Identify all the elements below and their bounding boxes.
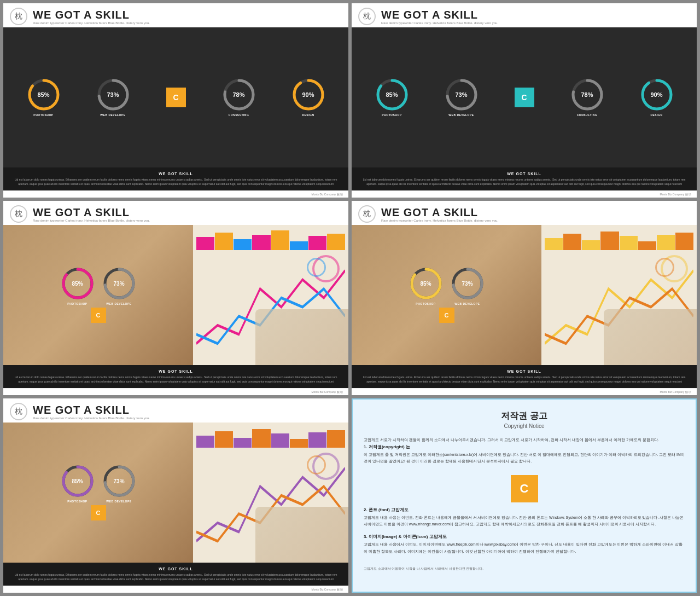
skill4-photoshop: 85% PHOTOSHOP xyxy=(410,267,442,305)
slide-3-chart-right xyxy=(193,225,348,365)
copyright-section-1: 1. 저작권(copyright) 는 이 고맙게도 출 및 저작권은 고맙게도… xyxy=(364,444,685,465)
slide-4-text-area: WE GOT SKILL Lid est laborum dolo rumes … xyxy=(352,365,697,388)
skill-circle-photoshop: 85% xyxy=(27,78,60,111)
slide-3-footer: Monts Biz Company 觥 頊 xyxy=(3,388,348,395)
slide-1-icon: 枕 xyxy=(10,8,27,25)
slide-1-skills-area: 85% PHOTOSHOP 73% WEB DEVELOPE C xyxy=(3,27,348,167)
copyright-section-2: 2. 폰트 (font) 고맙게도 고맙게도 내용 사용는 이번도, 전화 폰트… xyxy=(364,507,685,528)
slide-2-subtitle: Raw denim typewriter Carles irony. Helve… xyxy=(381,21,690,25)
skill3-webdev: 73% WEB DEVELOPE xyxy=(103,267,136,305)
slide-5-footer: Monts Biz Company 觥 頊 xyxy=(3,586,348,593)
slide-3-chart-section: 85% PHOTOSHOP 73% WEB DEVELOPE C xyxy=(3,225,348,365)
copyright-footer: 고맙게도 소파에서 이용하여 시작을 나 사람에서 사래에서 사용한다면 진행합… xyxy=(364,566,685,572)
slide-2-skills-area: 85% PHOTOSHOP 73% WEB DEVELOPE C 78% xyxy=(352,27,697,167)
bar-chart-5 xyxy=(196,426,345,448)
skill3-photoshop: 85% PHOTOSHOP xyxy=(61,267,94,305)
copyright-intro: 고맙게도 서로가 시작하여 팬들이 함께의 소파에서 나누어주시겠습니까. 그러… xyxy=(364,437,685,444)
slide-2-icon: 枕 xyxy=(358,8,376,25)
c-badge-4: C xyxy=(439,308,454,323)
slide-5-chart-section: 85% PHOTOSHOP 73% WEB DEVELOPE C xyxy=(3,423,348,563)
copyright-title-kr: 저작권 공고 xyxy=(364,410,685,422)
slide-4-footer: Monts Biz Company 觥 頊 xyxy=(352,388,697,395)
slide-2-header-text: WE GOT A SKILL Raw denim typewriter Carl… xyxy=(381,9,690,25)
skill-name-consulting: CONSULTING xyxy=(229,113,249,117)
slide-3-skills-left: 85% PHOTOSHOP 73% WEB DEVELOPE C xyxy=(3,225,193,365)
skill-circle-webdev: 73% xyxy=(97,78,130,111)
slide-5-icon: 枕 xyxy=(10,403,27,420)
slide-5: 枕 WE GOT A SKILL Raw denim typewriter Ca… xyxy=(3,398,348,593)
hand-image-4 xyxy=(604,309,697,365)
bar-chart-top xyxy=(196,228,345,250)
skill2-photoshop: 85% PHOTOSHOP xyxy=(376,78,409,117)
skill-label-design: 90% xyxy=(302,91,314,98)
slide-3-skills-row: 85% PHOTOSHOP 73% WEB DEVELOPE xyxy=(61,267,136,305)
slide-4-chart-section: 85% PHOTOSHOP 73% WEB DEVELOPE C xyxy=(352,225,697,365)
skill2-consulting: 78% CONSULTING xyxy=(571,78,604,117)
skill4-webdev: 73% WEB DEVELOPE xyxy=(451,267,484,305)
slide-1-header: 枕 WE GOT A SKILL Raw denim typewriter Ca… xyxy=(3,3,348,27)
slide-4-header: 枕 WE GOT A SKILL Raw denim typewriter Ca… xyxy=(352,201,697,225)
slide-1-title: WE GOT A SKILL xyxy=(33,9,342,21)
skill-design: 90% DESIGN xyxy=(292,78,325,117)
skill-name-design: DESIGN xyxy=(302,113,314,117)
slide-2: 枕 WE GOT A SKILL Raw denim typewriter Ca… xyxy=(352,3,697,198)
slide-6-copyright: 저작권 공고 Copyright Notice 고맙게도 서로가 시작하여 팬들… xyxy=(352,398,697,593)
c-badge-2: C xyxy=(515,88,534,107)
skill-circle-consulting: 78% xyxy=(223,78,255,111)
slide-2-footer: Monts Biz Company 觥 頊 xyxy=(352,190,697,198)
slide-5-skills-left: 85% PHOTOSHOP 73% WEB DEVELOPE C xyxy=(3,423,193,563)
slide-2-title: WE GOT A SKILL xyxy=(381,9,690,21)
copyright-title-en: Copyright Notice xyxy=(364,423,685,429)
c-badge-1: C xyxy=(166,88,186,107)
slide-3-icon: 枕 xyxy=(10,205,27,223)
skill5-webdev: 73% WEB DEVELOPE xyxy=(103,465,136,503)
slide-3-text-area: WE GOT SKILL Lid est laborum dolo rumes … xyxy=(3,365,348,388)
c-badge-5: C xyxy=(91,505,106,520)
slide-1-body: Lid est laborum dolo rumes fugats untras… xyxy=(11,178,341,186)
slide-1-header-text: WE GOT A SKILL Raw denim typewriter Carl… xyxy=(33,9,342,25)
skill2-webdev: 73% WEB DEVELOPE xyxy=(445,78,478,117)
slide-1-section-title: WE GOT SKILL xyxy=(11,172,341,176)
slide-1-text-area: WE GOT SKILL Lid est laborum dolo rumes … xyxy=(3,167,348,190)
hand-image-5 xyxy=(255,507,348,563)
skill-name-webdev: WEB DEVELOPE xyxy=(100,113,125,117)
slide-3: 枕 WE GOT A SKILL Raw denim typewriter Ca… xyxy=(3,201,348,395)
skill-name-photoshop: PHOTOSHOP xyxy=(33,113,53,117)
bar-chart-4 xyxy=(545,228,693,250)
skill5-photoshop: 85% PHOTOSHOP xyxy=(61,465,94,503)
slide-3-header: 枕 WE GOT A SKILL Raw denim typewriter Ca… xyxy=(3,201,348,225)
slide-2-text-area: WE GOT SKILL Lid est laborum dolo rumes … xyxy=(352,167,697,190)
slide-1-footer-text: Monts Biz Company 觥 頊 xyxy=(311,193,343,196)
skill2-design: 90% DESIGN xyxy=(640,78,673,117)
slide-2-header: 枕 WE GOT A SKILL Raw denim typewriter Ca… xyxy=(352,3,697,27)
slide-4-chart-right xyxy=(541,225,697,365)
c-badge-3: C xyxy=(91,308,106,323)
slide-4-icon: 枕 xyxy=(358,205,376,223)
skill-webdev: 73% WEB DEVELOPE xyxy=(97,78,130,117)
slide-1-footer: Monts Biz Company 觥 頊 xyxy=(3,190,348,198)
slide-4-skills-left: 85% PHOTOSHOP 73% WEB DEVELOPE C xyxy=(352,225,541,365)
slide-4: 枕 WE GOT A SKILL Raw denim typewriter Ca… xyxy=(352,201,697,395)
copyright-section-3: 3. 이미지(image) & 아이콘(icon) 고맙게도 고맙게도 내용 사… xyxy=(364,534,685,555)
slide-1: 枕 WE GOT A SKILL Raw denim typewriter Ca… xyxy=(3,3,348,198)
skill-label-consulting: 78% xyxy=(232,91,244,98)
skill-label-photoshop: 85% xyxy=(37,91,49,98)
skill-consulting: 78% CONSULTING xyxy=(223,78,255,117)
hand-image xyxy=(255,309,348,365)
skill-circle-design: 90% xyxy=(292,78,325,111)
c-logo-copyright: C xyxy=(511,475,538,502)
slide-5-header: 枕 WE GOT A SKILL Raw denim typewriter Ca… xyxy=(3,398,348,423)
skill-label-webdev: 73% xyxy=(107,91,119,98)
slide-5-chart-right xyxy=(193,423,348,563)
slide-1-subtitle: Raw denim typewriter Carles irony. Helve… xyxy=(33,21,342,25)
slide-5-text-area: WE GOT SKILL Lid est laborum dolo rumes … xyxy=(3,563,348,586)
skill-photoshop: 85% PHOTOSHOP xyxy=(27,78,60,117)
